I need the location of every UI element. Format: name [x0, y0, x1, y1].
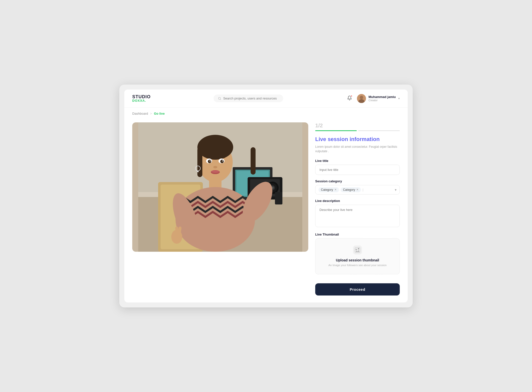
breadcrumb: Dashboard > Go live	[132, 112, 400, 115]
user-role: Creator	[368, 99, 396, 102]
category-remove-2[interactable]: ✕	[356, 188, 358, 191]
step-indicator: 1/2	[315, 122, 400, 129]
live-title-input[interactable]	[315, 165, 400, 175]
main-content: 1/2 Live session information Lorem ipsum…	[124, 115, 408, 303]
breadcrumb-dashboard[interactable]: Dashboard	[132, 112, 148, 115]
preview-image	[132, 122, 308, 252]
notification-button[interactable]	[346, 95, 353, 102]
left-panel	[132, 122, 308, 252]
live-title-group: Live title	[315, 159, 400, 175]
upload-icon	[319, 245, 396, 256]
step-bar-2	[358, 130, 400, 131]
category-remove-1[interactable]: ✕	[334, 188, 337, 191]
svg-rect-25	[197, 147, 202, 177]
search-icon	[218, 97, 221, 100]
svg-point-36	[220, 160, 224, 163]
upload-desc: An Image your followers see about your s…	[319, 263, 396, 267]
logo: STUDIO DOXXA.	[132, 95, 151, 102]
session-category-group: Session category Category ✕ Category ✕ |…	[315, 179, 400, 195]
svg-point-39	[213, 166, 217, 168]
inner-window: STUDIO DOXXA.	[124, 90, 408, 303]
proceed-button[interactable]: Proceed	[315, 283, 400, 295]
step-progress-bar	[315, 130, 400, 131]
user-text: Muhammad jamiu Creator	[368, 95, 396, 102]
dropdown-arrow-icon: ▾	[395, 188, 397, 192]
search-bar[interactable]	[214, 95, 283, 102]
live-description-label: Live description	[315, 199, 400, 203]
svg-point-37	[210, 160, 211, 161]
svg-point-35	[208, 160, 211, 163]
svg-point-24	[197, 135, 233, 160]
svg-point-3	[360, 96, 363, 99]
thumbnail-upload[interactable]: Upload session thumbnail An Image your f…	[315, 238, 400, 275]
svg-rect-22	[275, 192, 282, 204]
breadcrumb-separator: >	[150, 112, 152, 115]
photo-scene	[132, 122, 308, 252]
live-description-group: Live description	[315, 199, 400, 228]
step-bar-1	[315, 130, 357, 131]
header-right: Muhammad jamiu Creator ▾	[346, 94, 400, 103]
breadcrumb-area: Dashboard > Go live	[124, 108, 408, 115]
user-info[interactable]: Muhammad jamiu Creator ▾	[357, 94, 400, 103]
live-description-input[interactable]	[315, 205, 400, 227]
breadcrumb-current: Go live	[154, 112, 165, 115]
live-thumbnail-group: Live Thumbnail Upload session thumbn	[315, 233, 400, 275]
category-cursor: |	[362, 188, 393, 192]
section-description: Lorem ipsum dolor sit amet consectetur. …	[315, 145, 400, 153]
category-tag-2[interactable]: Category ✕	[341, 187, 361, 192]
svg-rect-26	[251, 147, 256, 175]
search-input[interactable]	[223, 97, 279, 100]
category-tag-1[interactable]: Category ✕	[318, 187, 339, 192]
category-select[interactable]: Category ✕ Category ✕ | ▾	[315, 185, 400, 195]
avatar-image	[357, 94, 366, 103]
section-title: Live session information	[315, 136, 400, 143]
svg-point-38	[222, 160, 223, 161]
live-thumbnail-label: Live Thumbnail	[315, 233, 400, 236]
svg-point-46	[355, 249, 357, 250]
header: STUDIO DOXXA.	[124, 90, 408, 108]
avatar	[357, 94, 366, 103]
image-upload-icon	[353, 245, 362, 254]
live-title-label: Live title	[315, 159, 400, 163]
app-window: STUDIO DOXXA.	[119, 85, 413, 308]
chevron-down-icon: ▾	[398, 97, 400, 100]
logo-studio: STUDIO	[132, 95, 151, 99]
logo-doxxa: DOXXA.	[132, 99, 151, 102]
svg-point-41	[211, 170, 219, 173]
user-name: Muhammad jamiu	[368, 95, 396, 99]
upload-title: Upload session thumbnail	[319, 258, 396, 262]
session-category-label: Session category	[315, 179, 400, 183]
svg-line-1	[220, 99, 221, 99]
notification-dot	[351, 95, 353, 97]
svg-rect-45	[353, 245, 362, 254]
right-panel: 1/2 Live session information Lorem ipsum…	[315, 122, 400, 296]
